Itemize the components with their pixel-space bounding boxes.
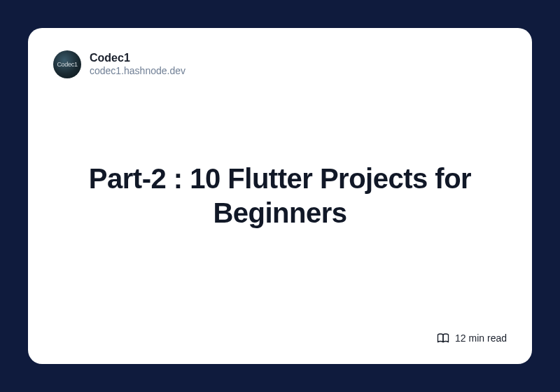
avatar: Codec1: [53, 50, 81, 78]
article-card: Codec1 Codec1 codec1.hashnode.dev Part-2…: [28, 28, 532, 364]
title-wrap: Part-2 : 10 Flutter Projects for Beginne…: [53, 78, 507, 342]
read-time-row: 12 min read: [437, 332, 507, 344]
avatar-label: Codec1: [57, 61, 77, 68]
author-domain: codec1.hashnode.dev: [90, 65, 186, 78]
article-title: Part-2 : 10 Flutter Projects for Beginne…: [56, 162, 504, 230]
author-text: Codec1 codec1.hashnode.dev: [90, 51, 186, 78]
author-row: Codec1 Codec1 codec1.hashnode.dev: [53, 50, 507, 78]
read-time-label: 12 min read: [455, 332, 507, 344]
book-open-icon: [437, 332, 449, 344]
author-name: Codec1: [90, 51, 186, 65]
